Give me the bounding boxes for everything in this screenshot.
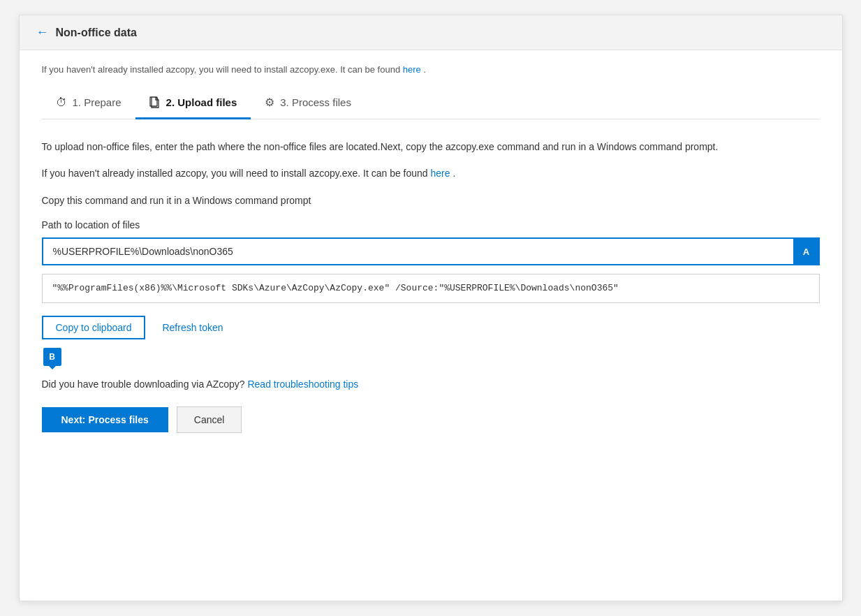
next-button[interactable]: Next: Process files bbox=[42, 407, 168, 432]
gear-icon: ⚙ bbox=[265, 96, 274, 109]
path-label: Path to location of files bbox=[42, 219, 820, 230]
badge-b: B bbox=[43, 348, 61, 366]
dialog-title: Non-office data bbox=[56, 27, 137, 39]
tab-prepare-label: 1. Prepare bbox=[73, 96, 122, 108]
tabs: ⏱ 1. Prepare 2. Upload files ⚙ 3. Proces… bbox=[42, 89, 820, 119]
cancel-button[interactable]: Cancel bbox=[177, 406, 242, 433]
dialog-header: ← Non-office data bbox=[20, 15, 842, 50]
dialog: ← Non-office data If you haven't already… bbox=[19, 15, 843, 601]
info-bar: If you haven't already installed azcopy,… bbox=[42, 64, 820, 75]
tab-process[interactable]: ⚙ 3. Process files bbox=[251, 89, 365, 119]
tab-prepare[interactable]: ⏱ 1. Prepare bbox=[42, 89, 135, 119]
info-bar-link[interactable]: here bbox=[403, 64, 421, 75]
tab-upload-label: 2. Upload files bbox=[166, 96, 237, 108]
paragraph2: If you haven't already installed azcopy,… bbox=[42, 166, 820, 181]
path-input-row: A bbox=[42, 237, 820, 265]
info-bar-text-end: . bbox=[423, 64, 426, 75]
path-badge-a: A bbox=[793, 237, 820, 265]
back-button[interactable]: ← bbox=[36, 25, 49, 40]
trouble-text: Did you have trouble downloading via AZc… bbox=[42, 379, 820, 390]
tab-upload[interactable]: 2. Upload files bbox=[135, 89, 251, 119]
path-input[interactable] bbox=[42, 237, 793, 265]
action-buttons: Copy to clipboard Refresh token bbox=[42, 316, 820, 339]
badge-b-row: B bbox=[42, 348, 820, 366]
paragraph2-link[interactable]: here bbox=[431, 168, 450, 179]
paragraph1: To upload non-office files, enter the pa… bbox=[42, 139, 820, 154]
command-box: "%%ProgramFiles(x86)%%\Microsoft SDKs\Az… bbox=[42, 274, 820, 303]
refresh-token-button[interactable]: Refresh token bbox=[159, 317, 226, 338]
paragraph3: Copy this command and run it in a Window… bbox=[42, 193, 820, 208]
upload-icon bbox=[149, 96, 161, 109]
tab-process-label: 3. Process files bbox=[280, 96, 351, 108]
troubleshooting-link[interactable]: Read troubleshooting tips bbox=[247, 379, 358, 390]
paragraph2-post: . bbox=[452, 168, 455, 179]
clock-icon: ⏱ bbox=[56, 96, 67, 109]
paragraph2-pre: If you haven't already installed azcopy,… bbox=[42, 168, 431, 179]
trouble-text-label: Did you have trouble downloading via AZc… bbox=[42, 379, 248, 390]
copy-to-clipboard-button[interactable]: Copy to clipboard bbox=[42, 316, 146, 339]
footer-buttons: Next: Process files Cancel bbox=[42, 406, 820, 433]
dialog-body: If you haven't already installed azcopy,… bbox=[20, 50, 842, 601]
info-bar-text: If you haven't already installed azcopy,… bbox=[42, 64, 403, 75]
